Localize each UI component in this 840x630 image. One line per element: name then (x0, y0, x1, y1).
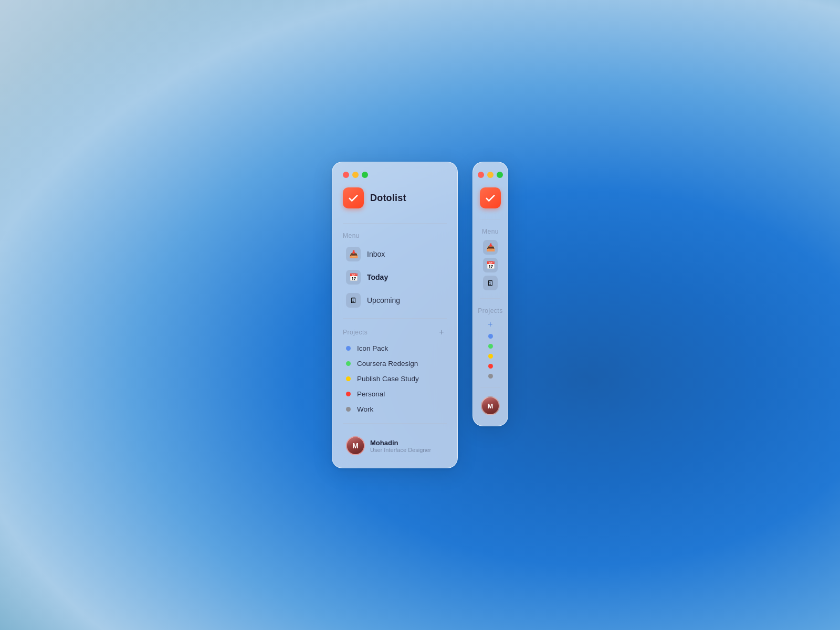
inbox-icon: 📥 (346, 247, 361, 261)
today-icon: 📅 (346, 270, 361, 285)
collapsed-traffic-lights (478, 172, 503, 178)
traffic-lights (343, 172, 447, 178)
collapsed-add-project-button[interactable]: + (488, 320, 492, 329)
inbox-label: Inbox (367, 250, 385, 258)
collapsed-panel: Menu 📥 📅 🗓 Projects + M (472, 162, 508, 426)
collapsed-divider-1 (480, 219, 500, 219)
menu-item-upcoming[interactable]: 🗓 Upcoming (343, 289, 447, 312)
user-role: User Interface Designer (370, 447, 431, 453)
project-item-work[interactable]: Work (343, 402, 447, 417)
project-dot-coursera (346, 361, 351, 366)
maximize-button[interactable] (362, 172, 368, 178)
projects-header: Projects + (343, 327, 447, 338)
project-label-personal: Personal (357, 390, 385, 398)
collapsed-inbox-icon[interactable]: 📥 (483, 240, 498, 255)
divider-3 (343, 423, 447, 424)
divider-2 (343, 318, 447, 319)
collapsed-avatar[interactable]: M (481, 396, 500, 415)
minimize-button[interactable] (352, 172, 359, 178)
project-label-work: Work (357, 405, 373, 413)
collapsed-projects-label: Projects (478, 307, 502, 314)
user-name: Mohadin (370, 439, 431, 447)
app-header: Dotolist (343, 187, 447, 208)
collapsed-app-icon (480, 187, 501, 208)
collapsed-close-button[interactable] (478, 172, 484, 178)
collapsed-dot-coursera (488, 344, 493, 349)
collapsed-dot-case-study (488, 354, 493, 359)
project-item-personal[interactable]: Personal (343, 386, 447, 402)
avatar[interactable] (346, 436, 365, 455)
upcoming-icon: 🗓 (346, 293, 361, 308)
collapsed-today-icon[interactable]: 📅 (483, 258, 498, 272)
collapsed-menu-label: Menu (482, 228, 499, 235)
project-label-case-study: Publish Case Study (357, 375, 419, 383)
collapsed-checkmark-icon (485, 192, 496, 204)
app-title: Dotolist (370, 193, 406, 204)
main-scene: Dotolist Menu 📥 Inbox 📅 Today 🗓 Upcoming… (332, 162, 508, 468)
project-dot-icon-pack (346, 346, 351, 351)
user-info: Mohadin User Interface Designer (370, 439, 431, 453)
collapsed-minimize-button[interactable] (487, 172, 494, 178)
project-dot-personal (346, 392, 351, 396)
project-label-icon-pack: Icon Pack (357, 344, 388, 352)
menu-section-label: Menu (343, 232, 447, 239)
project-dot-case-study (346, 376, 351, 381)
projects-section-label: Projects (343, 329, 368, 336)
add-project-button[interactable]: + (436, 327, 447, 338)
project-item-case-study[interactable]: Publish Case Study (343, 371, 447, 386)
close-button[interactable] (343, 172, 349, 178)
collapsed-divider-3 (480, 387, 500, 388)
collapsed-dot-icon-pack (488, 334, 493, 339)
project-item-coursera[interactable]: Coursera Redesign (343, 356, 447, 371)
menu-item-inbox[interactable]: 📥 Inbox (343, 243, 447, 266)
collapsed-divider-2 (480, 298, 500, 299)
today-label: Today (367, 273, 388, 281)
user-footer[interactable]: Mohadin User Interface Designer (343, 432, 447, 457)
upcoming-label: Upcoming (367, 296, 400, 304)
project-label-coursera: Coursera Redesign (357, 360, 418, 368)
collapsed-maximize-button[interactable] (497, 172, 503, 178)
collapsed-dot-work (488, 374, 493, 379)
project-dot-work (346, 407, 351, 412)
collapsed-dot-personal (488, 364, 493, 369)
menu-item-today[interactable]: 📅 Today (343, 266, 447, 289)
app-icon (343, 187, 364, 208)
checkmark-icon (348, 192, 359, 204)
expanded-panel: Dotolist Menu 📥 Inbox 📅 Today 🗓 Upcoming… (332, 162, 458, 468)
divider-1 (343, 223, 447, 224)
collapsed-upcoming-icon[interactable]: 🗓 (483, 276, 498, 290)
project-item-icon-pack[interactable]: Icon Pack (343, 341, 447, 356)
